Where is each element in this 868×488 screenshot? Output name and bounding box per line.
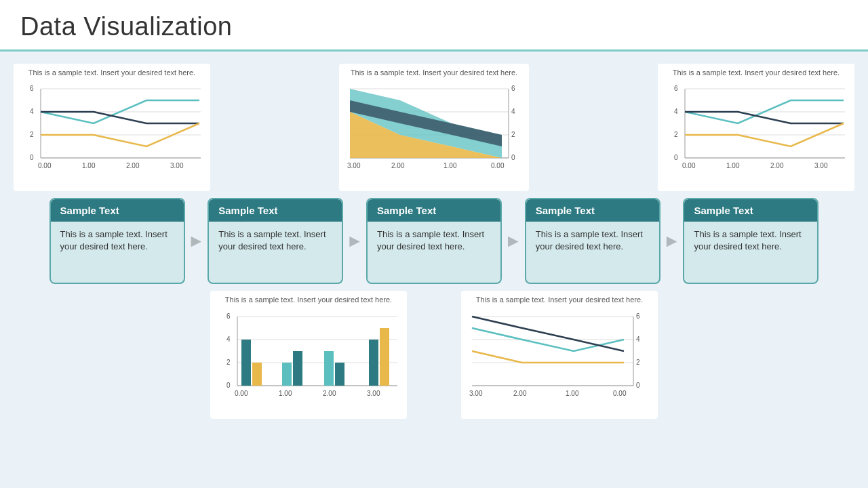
process-box-2-header: Sample Text — [209, 199, 342, 222]
top-right-chart-title: This is a sample text. Insert your desir… — [662, 68, 850, 77]
bar-3a — [324, 351, 334, 386]
y-label-4-br: 4 — [636, 336, 640, 343]
x-label-200-bl: 2.00 — [323, 390, 336, 397]
y-label-6-br: 6 — [636, 312, 640, 320]
bottom-left-chart: This is a sample text. Insert your desir… — [210, 291, 407, 418]
bar-2b — [293, 351, 302, 386]
y-label-0-bl: 0 — [226, 382, 231, 389]
yellow-line-br — [472, 351, 624, 363]
bottom-left-chart-title: This is a sample text. Insert your desir… — [214, 295, 403, 304]
process-box-5: Sample Text This is a sample text. Inser… — [683, 198, 818, 284]
process-box-3-body: This is a sample text. Insert your desir… — [368, 222, 500, 283]
bar-1b — [252, 363, 262, 386]
page: Data Visualization This is a sample text… — [0, 0, 868, 488]
y-label-4: 4 — [30, 108, 34, 115]
x-label-000-r: 0.00 — [682, 162, 696, 169]
y-label-2-r: 2 — [674, 131, 678, 138]
top-left-chart-title: This is a sample text. Insert your desir… — [18, 68, 206, 77]
arrow-3: ► — [505, 230, 522, 251]
arrow-1: ► — [188, 230, 205, 251]
arrow-4: ► — [663, 230, 681, 251]
x-label-300-r: 3.00 — [814, 162, 828, 169]
process-box-1-body: This is a sample text. Insert your desir… — [51, 222, 184, 283]
y-label-6-r: 6 — [674, 85, 678, 92]
y-label-4-r: 4 — [674, 108, 678, 115]
x-label-r100: 1.00 — [443, 162, 457, 169]
bar-1a — [241, 340, 251, 386]
process-box-5-header: Sample Text — [684, 199, 817, 222]
process-box-4-header: Sample Text — [526, 199, 659, 222]
page-title: Data Visualization — [20, 12, 848, 41]
x-label-r000: 0.00 — [491, 162, 505, 169]
x-label-200-r: 2.00 — [770, 162, 784, 169]
process-box-5-body: This is a sample text. Insert your desir… — [684, 222, 817, 283]
process-box-1-header: Sample Text — [51, 199, 184, 222]
x-label-000: 0.00 — [38, 162, 52, 169]
top-right-chart: This is a sample text. Insert your desir… — [658, 64, 854, 191]
y-label-6r: 6 — [511, 85, 515, 92]
bottom-charts-row: This is a sample text. Insert your desir… — [14, 291, 854, 418]
process-box-2-body: This is a sample text. Insert your desir… — [209, 222, 342, 283]
y-label-0-br: 0 — [636, 382, 640, 389]
x-label-r300-br: 3.00 — [469, 390, 483, 397]
y-label-2-bl: 2 — [226, 359, 231, 366]
y-label-2-br: 2 — [636, 359, 640, 366]
x-label-100-r: 1.00 — [726, 162, 740, 169]
x-label-300: 3.00 — [170, 162, 184, 169]
y-label-6: 6 — [30, 85, 34, 92]
x-label-200: 2.00 — [126, 162, 140, 169]
x-label-r200-br: 2.00 — [513, 390, 527, 397]
bar-4b — [380, 328, 389, 386]
process-box-1: Sample Text This is a sample text. Inser… — [50, 198, 185, 284]
process-box-4: Sample Text This is a sample text. Inser… — [525, 198, 660, 284]
bar-2a — [282, 363, 292, 386]
x-label-100: 1.00 — [82, 162, 96, 169]
y-label-2: 2 — [30, 131, 34, 138]
y-label-4-bl: 4 — [226, 336, 231, 343]
bottom-right-chart: This is a sample text. Insert your desir… — [461, 291, 658, 418]
top-charts-row: This is a sample text. Insert your desir… — [14, 64, 854, 191]
x-label-r200: 2.00 — [391, 162, 405, 169]
content-area: This is a sample text. Insert your desir… — [0, 52, 868, 426]
x-label-100-bl: 1.00 — [279, 390, 292, 397]
arrow-2: ► — [346, 230, 363, 251]
x-label-r300: 3.00 — [347, 162, 361, 169]
bar-3b — [335, 363, 344, 386]
process-box-4-body: This is a sample text. Insert your desir… — [526, 222, 659, 283]
top-left-chart: This is a sample text. Insert your desir… — [14, 64, 210, 191]
bar-4a — [369, 340, 378, 386]
x-label-000-bl: 0.00 — [235, 390, 248, 397]
process-box-2: Sample Text This is a sample text. Inser… — [208, 198, 343, 284]
x-label-r000-br: 0.00 — [613, 390, 627, 397]
page-header: Data Visualization — [0, 0, 868, 52]
top-center-chart-title: This is a sample text. Insert your desir… — [343, 68, 525, 77]
y-label-6-bl: 6 — [226, 312, 231, 320]
bottom-right-chart-title: This is a sample text. Insert your desir… — [465, 295, 654, 304]
x-label-300-bl: 3.00 — [367, 390, 380, 397]
y-label-0r: 0 — [511, 154, 515, 161]
y-label-2r: 2 — [511, 131, 515, 138]
x-label-r100-br: 1.00 — [566, 390, 579, 397]
y-label-4r: 4 — [511, 108, 515, 115]
top-center-chart: This is a sample text. Insert your desir… — [339, 64, 529, 191]
y-label-0: 0 — [30, 154, 34, 161]
process-box-3-header: Sample Text — [368, 199, 500, 222]
process-boxes-row: Sample Text This is a sample text. Inser… — [14, 198, 854, 284]
process-box-3: Sample Text This is a sample text. Inser… — [366, 198, 502, 284]
y-label-0-r: 0 — [674, 154, 678, 161]
